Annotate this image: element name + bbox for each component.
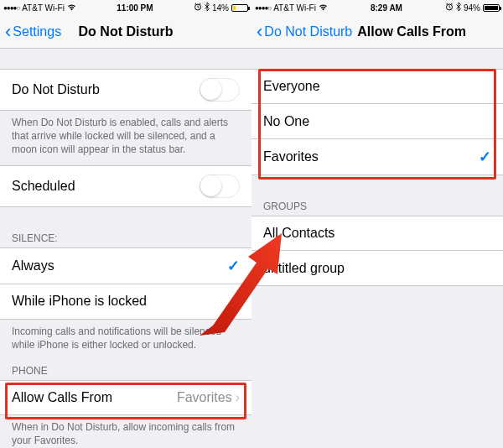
group-all-contacts-row[interactable]: All Contacts xyxy=(252,216,503,251)
allow-calls-label: Allow Calls From xyxy=(12,390,177,405)
allow-calls-from-row[interactable]: Allow Calls From Favorites › xyxy=(0,380,252,415)
silence-locked-label: While iPhone is locked xyxy=(12,294,240,309)
signal-icon: ●●●●○ xyxy=(255,4,271,12)
group-untitled-row[interactable]: untitled group xyxy=(252,251,503,286)
allow-calls-footer: When in Do Not Disturb, allow incoming c… xyxy=(0,415,252,448)
group-all-contacts-label: All Contacts xyxy=(263,226,491,241)
screenshot-do-not-disturb: ●●●●○ AT&T Wi-Fi 11:00 PM 14% ‹ Settings… xyxy=(0,0,252,448)
phone-header: PHONE xyxy=(0,360,252,380)
option-everyone-label: Everyone xyxy=(263,79,491,94)
status-bar: ●●●●○ AT&T Wi-Fi 11:00 PM 14% xyxy=(0,0,252,15)
chevron-right-icon: › xyxy=(236,390,240,405)
status-time: 11:00 PM xyxy=(76,3,194,13)
option-noone-row[interactable]: No One xyxy=(252,104,503,139)
silence-footer: Incoming calls and notifications will be… xyxy=(0,320,252,360)
alarm-icon xyxy=(445,3,454,13)
allow-calls-value: Favorites xyxy=(177,390,232,405)
battery-percent: 14% xyxy=(212,3,229,13)
nav-bar: ‹ Settings Do Not Disturb xyxy=(0,15,252,49)
scheduled-switch[interactable] xyxy=(200,175,240,198)
groups-header: GROUPS xyxy=(252,195,503,216)
back-button[interactable]: ‹ Settings xyxy=(5,23,61,41)
scheduled-row[interactable]: Scheduled xyxy=(0,165,252,207)
group-untitled-label: untitled group xyxy=(263,261,491,276)
silence-always-row[interactable]: Always ✓ xyxy=(0,247,252,284)
alarm-icon xyxy=(194,3,202,13)
battery-icon xyxy=(483,4,500,12)
option-everyone-row[interactable]: Everyone xyxy=(252,69,503,104)
checkmark-icon: ✓ xyxy=(479,148,491,166)
checkmark-icon: ✓ xyxy=(227,257,240,275)
battery-percent: 94% xyxy=(464,3,480,13)
silence-locked-row[interactable]: While iPhone is locked xyxy=(0,284,252,320)
dnd-footer: When Do Not Disturb is enabled, calls an… xyxy=(0,111,252,165)
battery-icon xyxy=(231,4,248,12)
chevron-left-icon: ‹ xyxy=(257,23,262,41)
signal-icon: ●●●●○ xyxy=(3,4,19,12)
chevron-left-icon: ‹ xyxy=(5,23,11,41)
option-favorites-row[interactable]: Favorites ✓ xyxy=(252,139,503,175)
bluetooth-icon xyxy=(205,3,210,13)
silence-always-label: Always xyxy=(12,258,227,273)
dnd-switch[interactable] xyxy=(200,78,240,102)
nav-bar: ‹ Do Not Disturb Allow Calls From xyxy=(252,15,503,49)
bluetooth-icon xyxy=(456,3,461,13)
wifi-icon xyxy=(67,3,76,13)
page-title: Allow Calls From xyxy=(357,24,466,39)
dnd-toggle-row[interactable]: Do Not Disturb xyxy=(0,69,252,111)
status-time: 8:29 AM xyxy=(328,3,445,13)
back-button[interactable]: ‹ Do Not Disturb xyxy=(257,23,352,41)
option-favorites-label: Favorites xyxy=(263,149,479,164)
silence-header: SILENCE: xyxy=(0,227,252,247)
scheduled-label: Scheduled xyxy=(12,179,200,194)
back-label: Do Not Disturb xyxy=(264,24,352,39)
screenshot-allow-calls-from: ●●●●○ AT&T Wi-Fi 8:29 AM 94% ‹ Do Not Di… xyxy=(252,0,503,448)
option-noone-label: No One xyxy=(263,114,491,129)
dnd-label: Do Not Disturb xyxy=(12,82,200,97)
carrier-label: AT&T Wi-Fi xyxy=(273,3,316,13)
status-bar: ●●●●○ AT&T Wi-Fi 8:29 AM 94% xyxy=(252,0,503,15)
back-label: Settings xyxy=(13,24,61,39)
wifi-icon xyxy=(319,3,328,13)
carrier-label: AT&T Wi-Fi xyxy=(22,3,65,13)
